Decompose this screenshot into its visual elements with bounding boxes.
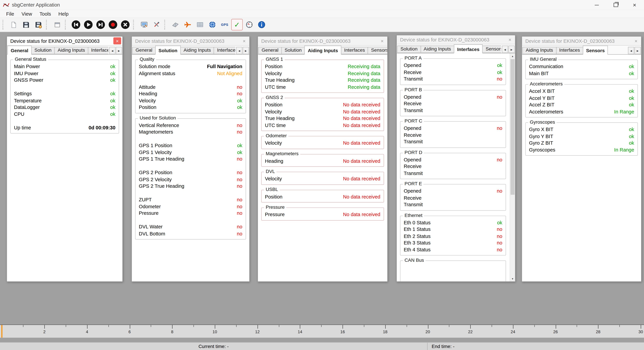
save-settings-button[interactable] [32, 19, 44, 30]
tab-aiding-inputs[interactable]: Aiding Inputs [522, 47, 556, 54]
tab-scroll-right-button[interactable]: ▶ [634, 47, 641, 54]
panel-close-button[interactable]: × [114, 38, 121, 44]
status-row: VelocityNo data received [265, 175, 380, 182]
tab-interfaces[interactable]: Interfaces [556, 47, 583, 54]
export-window-button[interactable] [51, 19, 63, 30]
tab-scroll-left-button[interactable]: ◀ [502, 46, 508, 53]
scroll-down-button[interactable]: ▼ [510, 276, 515, 282]
menu-help[interactable]: Help [55, 10, 72, 18]
group-title: PORT B [403, 87, 424, 92]
toolbar-grip[interactable] [164, 20, 168, 30]
web-view-button[interactable] [207, 19, 218, 30]
navigation-view-button[interactable] [182, 19, 194, 30]
title-bar: sbgCenter Application × [0, 0, 644, 10]
tab-scroll-left-button[interactable]: ◀ [236, 47, 242, 54]
tools-button[interactable] [151, 19, 162, 30]
status-label: Accel Y BIT [529, 95, 554, 101]
ruler-tick [449, 325, 450, 327]
about-button[interactable] [256, 19, 268, 30]
timeline-ruler[interactable]: 24681012141618202224262830 [0, 324, 644, 338]
tab-interfaces[interactable]: Interfaces [214, 47, 235, 54]
status-label: Communication [529, 64, 563, 70]
panel-titlebar[interactable]: Device status for EKINOX-D_023000063× [132, 36, 249, 46]
status-row: Accel X BITok [529, 88, 634, 95]
tab-sensors[interactable]: Sensors [482, 46, 501, 53]
tab-sensors[interactable]: Sensors [368, 47, 387, 54]
tab-solution[interactable]: Solution [397, 46, 421, 53]
device-status-button[interactable]: ✓ [231, 19, 243, 30]
status-label: DVL Water [139, 224, 163, 230]
minimize-button[interactable] [587, 0, 606, 10]
row-spacer [139, 190, 242, 196]
clock-view-button[interactable] [244, 19, 255, 30]
scrollbar-thumb[interactable] [510, 59, 514, 195]
status-row: Eth 2 Statusno [404, 233, 502, 240]
menu-view[interactable]: View [18, 10, 36, 18]
tab-general[interactable]: General [258, 47, 282, 54]
panel-titlebar[interactable]: Device status for EKINOX-D_023000063× [522, 36, 641, 46]
device-status-panel-1: Device status for EKINOX-D_023000063×Gen… [6, 36, 123, 282]
maximize-button[interactable] [606, 0, 625, 10]
tab-scroll-right-button[interactable]: ▶ [508, 46, 515, 53]
status-value: ok [110, 91, 116, 97]
toolbar-grip[interactable] [46, 20, 49, 30]
gps-view-button[interactable]: GPS [219, 19, 230, 30]
toolbar-grip[interactable] [133, 20, 136, 30]
tab-interfaces[interactable]: Interfaces [341, 47, 368, 54]
tab-sensors[interactable]: Sensors [583, 46, 608, 55]
toolbar-grip[interactable] [65, 20, 68, 30]
group-title: IMU General [528, 57, 558, 62]
skip-to-start-button[interactable] [70, 19, 82, 30]
status-label: UTC time [265, 84, 286, 90]
panel-close-button[interactable]: × [378, 38, 386, 44]
panel-close-button[interactable]: × [240, 38, 248, 44]
panel-title: Device status for EKINOX-D_023000063 [10, 38, 100, 44]
timeline-cursor[interactable] [1, 325, 2, 338]
ruler-tick [619, 325, 620, 327]
menu-bar: FileViewToolsHelp [0, 10, 644, 18]
stop-button[interactable] [120, 19, 131, 30]
tab-scroll-left-button[interactable]: ◀ [628, 47, 634, 54]
tab-solution[interactable]: Solution [281, 47, 305, 54]
tab-interfaces[interactable]: Interfaces [454, 44, 483, 53]
tab-scroll-right-button[interactable]: ▶ [116, 47, 122, 54]
ruler-tick [406, 325, 407, 327]
save-button[interactable] [20, 19, 32, 30]
tab-aiding-inputs[interactable]: Aiding Inputs [54, 47, 88, 54]
panel-close-button[interactable]: × [506, 36, 514, 43]
toolbar-grip[interactable] [2, 20, 6, 30]
panel-close-button[interactable]: × [632, 38, 640, 44]
skip-to-end-button[interactable] [95, 19, 106, 30]
device-settings-button[interactable] [138, 19, 150, 30]
tab-aiding-inputs[interactable]: Aiding Inputs [420, 46, 454, 53]
grid-view-button[interactable] [194, 19, 206, 30]
ruler-tick-label: 14 [298, 330, 302, 334]
close-button[interactable]: × [625, 0, 644, 10]
new-file-button[interactable] [8, 19, 20, 30]
scroll-up-button[interactable]: ▲ [510, 53, 515, 59]
status-value: no [237, 122, 242, 128]
record-button[interactable] [107, 19, 119, 30]
menu-file[interactable]: File [2, 10, 18, 18]
tab-general[interactable]: General [132, 47, 156, 54]
panel-titlebar[interactable]: Device status for EKINOX-D_023000063× [397, 36, 515, 44]
ruler-tick [321, 325, 322, 327]
tab-aiding-inputs[interactable]: Aiding Inputs [180, 47, 214, 54]
status-value: no [237, 170, 242, 176]
vertical-scrollbar[interactable]: ▲▼ [510, 53, 515, 282]
tab-solution[interactable]: Solution [31, 47, 55, 54]
group-title: Ethernet [403, 212, 424, 218]
tab-aiding-inputs[interactable]: Aiding Inputs [304, 46, 341, 55]
tab-scroll-right-button[interactable]: ▶ [243, 47, 249, 54]
stop-icon [121, 20, 130, 29]
panel-titlebar[interactable]: Device status for EKINOX-D_023000063× [7, 36, 122, 46]
tab-scroll-left-button[interactable]: ◀ [109, 47, 116, 54]
tab-interfaces[interactable]: Interfaces [88, 47, 108, 54]
tab-general[interactable]: General [8, 46, 32, 55]
menu-tools[interactable]: Tools [36, 10, 55, 18]
panel-titlebar[interactable]: Device status for EKINOX-D_023000063× [258, 36, 387, 46]
view-3d-button[interactable] [170, 19, 181, 30]
play-button[interactable] [82, 19, 94, 30]
tab-solution[interactable]: Solution [155, 46, 181, 55]
status-value: ok [110, 71, 116, 76]
